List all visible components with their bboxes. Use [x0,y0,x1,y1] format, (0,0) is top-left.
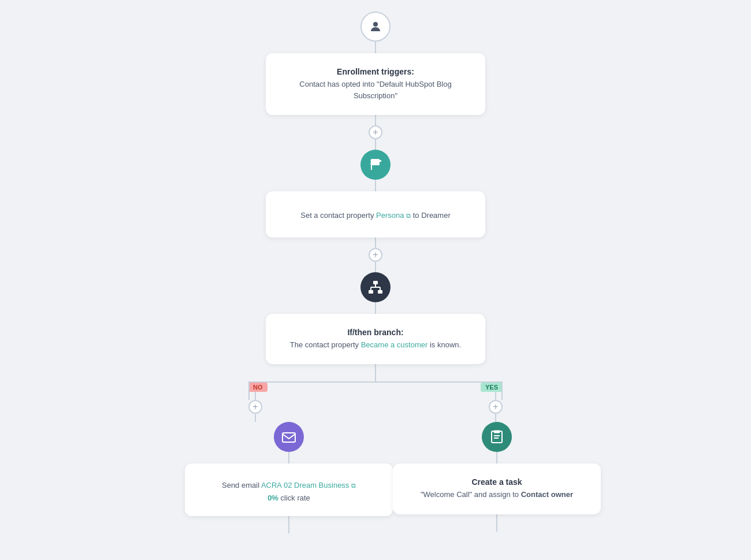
task-icon[interactable] [482,422,512,452]
persona-link[interactable]: Persona ⧉ [376,211,411,220]
enrollment-icon[interactable] [360,12,391,42]
enrollment-card[interactable]: Enrollment triggers: Contact has opted i… [266,53,485,115]
create-task-title: Create a task [409,477,585,487]
connector-2: + [0,238,751,272]
enrollment-text: Contact has opted into "Default HubSpot … [284,79,467,101]
email-link[interactable]: ACRA 02 Dream Business ⧉ [261,481,356,489]
branch-icon[interactable] [360,272,391,302]
email-icon[interactable] [274,422,304,452]
branch-card[interactable]: If/then branch: The contact property Bec… [266,314,485,365]
svg-rect-11 [282,433,295,442]
add-after-enrollment-button[interactable]: + [369,125,382,139]
create-task-card[interactable]: Create a task "Welcome Call" and assign … [393,463,601,514]
svg-rect-6 [378,290,382,294]
line-after-enrollment-icon [375,42,376,53]
create-task-text: "Welcome Call" and assign to Contact own… [409,489,585,500]
set-property-icon[interactable] [360,150,391,180]
set-property-section: Set a contact property Persona ⧉ to Drea… [0,150,751,238]
set-property-text: Set a contact property Persona ⧉ to Drea… [289,210,462,221]
email-external-link-icon: ⧉ [351,482,356,489]
connector-1: + [0,115,751,150]
below-labels-lines: + + [248,392,503,422]
branch-title: If/then branch: [287,328,464,337]
became-customer-link[interactable]: Became a customer [361,340,428,349]
add-after-set-property-button[interactable]: + [369,248,382,262]
no-branch-section: Send email ACRA 02 Dream Business ⧉ 0% c… [185,422,393,533]
no-label: NO [248,383,267,392]
external-link-icon: ⧉ [406,212,411,219]
click-rate: 0% click rate [201,494,377,502]
enrollment-title: Enrollment triggers: [284,67,467,76]
branch-split-container: NO YES + + [185,364,566,533]
send-email-text: Send email ACRA 02 Dream Business ⧉ [201,480,377,491]
set-property-card[interactable]: Set a contact property Persona ⧉ to Drea… [266,191,485,238]
svg-rect-13 [494,431,500,433]
branch-horizontal-line [248,381,503,383]
yes-branch-section: Create a task "Welcome Call" and assign … [393,422,601,532]
add-no-branch-button[interactable]: + [248,400,262,414]
svg-rect-4 [373,281,378,284]
add-yes-branch-button[interactable]: + [489,400,503,414]
enrollment-section: Enrollment triggers: Contact has opted i… [0,12,751,115]
svg-point-0 [373,22,378,27]
yes-label: YES [481,383,503,392]
workflow-canvas: Enrollment triggers: Contact has opted i… [0,0,751,560]
svg-rect-5 [369,290,373,294]
bottom-cards-row: Send email ACRA 02 Dream Business ⧉ 0% c… [185,422,566,533]
branch-text: The contact property Became a customer i… [287,339,464,351]
branch-section: If/then branch: The contact property Bec… [0,272,751,365]
branch-labels-row: NO YES [248,383,503,392]
send-email-card[interactable]: Send email ACRA 02 Dream Business ⧉ 0% c… [185,463,393,516]
